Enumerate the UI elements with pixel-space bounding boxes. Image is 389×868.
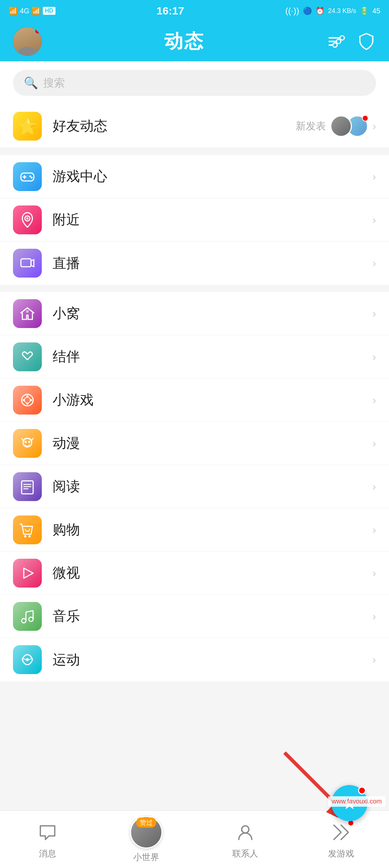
nav-message[interactable]: 消息 [35, 820, 60, 859]
svg-point-18 [26, 403, 28, 405]
svg-point-31 [28, 535, 31, 537]
network-speed: 24.3 KB/s [328, 7, 356, 15]
divider-2 [0, 285, 389, 292]
svg-point-21 [23, 438, 32, 447]
svg-point-9 [30, 175, 31, 177]
anime-item[interactable]: 动漫 › [0, 422, 389, 465]
friends-icon: ⭐ [13, 112, 42, 141]
music-label: 音乐 [53, 607, 372, 625]
partner-label: 结伴 [53, 347, 372, 366]
nearby-icon [13, 205, 42, 234]
chevron-icon: › [372, 307, 376, 320]
live-right: › [372, 257, 376, 269]
nearby-right: › [372, 214, 376, 226]
shop-icon [13, 515, 42, 544]
watermark: www.favouxi.com [328, 796, 385, 807]
hd-badge: HD [43, 7, 55, 15]
battery-text: 45 [372, 7, 380, 15]
menu-section-2: 小窝 › 结伴 › 小游戏 › [0, 292, 389, 681]
svg-rect-13 [21, 259, 31, 267]
svg-line-24 [22, 438, 23, 440]
svg-point-3 [340, 36, 344, 40]
new-post-text: 新发表 [296, 119, 326, 133]
shop-label: 购物 [53, 521, 372, 539]
svg-point-10 [31, 177, 33, 178]
nav-message-label: 消息 [39, 848, 56, 859]
fab-badge [358, 787, 366, 794]
wifi-icon: ((·)) [285, 6, 299, 16]
chevron-icon: › [372, 524, 376, 536]
signal-text: 4G [20, 7, 30, 15]
svg-point-14 [26, 310, 29, 313]
read-right: › [372, 480, 376, 493]
read-item[interactable]: 阅读 › [0, 465, 389, 508]
game-label: 游戏中心 [53, 167, 372, 186]
svg-line-25 [32, 438, 33, 440]
live-item[interactable]: 直播 › [0, 242, 389, 285]
svg-point-42 [242, 826, 249, 833]
chevron-icon: › [372, 567, 376, 579]
search-placeholder: 搜索 [43, 76, 65, 90]
svg-point-19 [23, 399, 25, 401]
chevron-icon: › [372, 394, 376, 406]
bottom-spacer [0, 681, 389, 746]
read-icon [13, 472, 42, 501]
svg-point-17 [26, 395, 28, 398]
user-avatar[interactable] [13, 27, 42, 56]
music-item[interactable]: 音乐 › [0, 595, 389, 638]
live-icon [13, 249, 42, 278]
video-item[interactable]: 微视 › [0, 552, 389, 595]
svg-marker-32 [24, 568, 33, 578]
minigame-item[interactable]: 小游戏 › [0, 378, 389, 422]
video-right: › [372, 567, 376, 579]
sport-item[interactable]: 运动 › [0, 638, 389, 681]
minigame-label: 小游戏 [53, 391, 372, 409]
svg-point-16 [24, 397, 30, 403]
minigame-icon [13, 386, 42, 415]
divider-1 [0, 148, 389, 155]
shield-icon[interactable] [357, 32, 376, 51]
chevron-icon: › [372, 610, 376, 623]
header-actions [327, 32, 376, 51]
status-time: 16:17 [157, 5, 184, 17]
nest-item[interactable]: 小窝 › [0, 292, 389, 335]
nest-icon [13, 299, 42, 328]
svg-point-38 [26, 658, 29, 661]
chevron-right-icon: › [372, 120, 376, 132]
status-left: 📶 4G 📶 HD [9, 6, 55, 15]
world-badge: 赞过 [136, 818, 156, 828]
svg-point-23 [28, 441, 30, 443]
anime-label: 动漫 [53, 434, 372, 452]
avatar-body [18, 47, 36, 56]
contact-nav-icon [233, 820, 258, 845]
friend-badge [362, 115, 368, 121]
search-bar[interactable]: 🔍 搜索 [13, 70, 376, 96]
signal-icon2: 📶 [32, 6, 41, 15]
svg-line-37 [26, 611, 33, 612]
chevron-icon: › [372, 480, 376, 493]
svg-point-34 [29, 617, 33, 621]
nav-discover-label: 发游戏 [328, 848, 354, 859]
search-magnifier-icon: 🔍 [24, 76, 38, 90]
anime-icon [13, 429, 42, 458]
filter-icon[interactable] [327, 32, 346, 51]
game-right: › [372, 170, 376, 183]
game-center-item[interactable]: 游戏中心 › [0, 155, 389, 198]
alarm-icon: ⏰ [316, 6, 325, 15]
minigame-right: › [372, 394, 376, 406]
nest-right: › [372, 307, 376, 320]
nav-contact[interactable]: 联系人 [232, 820, 258, 859]
video-icon [13, 559, 42, 588]
nest-label: 小窝 [53, 304, 372, 323]
shop-right: › [372, 524, 376, 536]
svg-point-5 [333, 43, 337, 47]
nearby-item[interactable]: 附近 › [0, 198, 389, 242]
friends-right: 新发表 › [296, 115, 376, 137]
nav-discover[interactable]: 发游戏 [328, 820, 354, 859]
app-header: 动态 [0, 22, 389, 61]
nav-world[interactable]: 赞过 小世界 [130, 816, 162, 863]
partner-item[interactable]: 结伴 › [0, 335, 389, 378]
search-container: 🔍 搜索 [0, 61, 389, 105]
friends-dynamic-item[interactable]: ⭐ 好友动态 新发表 › [0, 105, 389, 148]
shop-item[interactable]: 购物 › [0, 508, 389, 552]
